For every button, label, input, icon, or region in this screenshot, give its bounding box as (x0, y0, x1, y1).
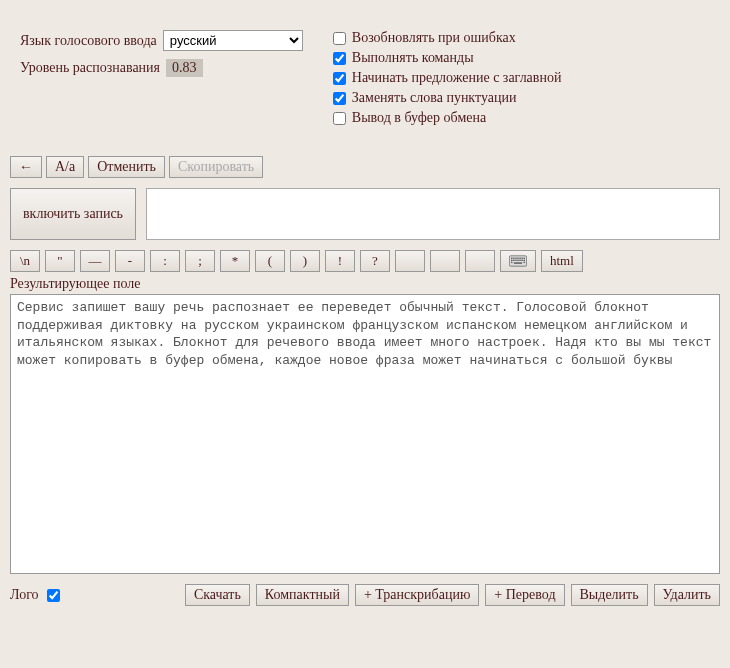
bang-button[interactable]: ! (325, 250, 355, 272)
settings-area: Язык голосового ввода русский Уровень ра… (0, 0, 730, 136)
recognition-level-value: 0.83 (166, 59, 203, 77)
language-label: Язык голосового ввода (20, 33, 157, 49)
colon-button[interactable]: : (150, 250, 180, 272)
newline-button[interactable]: \n (10, 250, 40, 272)
keyboard-icon (509, 253, 527, 269)
svg-rect-16 (514, 262, 522, 263)
add-translation-button[interactable]: + Перевод (485, 584, 564, 606)
html-button[interactable]: html (541, 250, 583, 272)
svg-rect-14 (524, 260, 525, 261)
svg-rect-5 (519, 258, 520, 259)
logo-checkbox[interactable] (47, 589, 60, 602)
quote-button[interactable]: " (45, 250, 75, 272)
checkbox-exec-commands[interactable] (333, 52, 346, 65)
svg-rect-4 (517, 258, 518, 259)
language-select[interactable]: русский (163, 30, 303, 51)
svg-rect-12 (519, 260, 520, 261)
back-button[interactable]: ← (10, 156, 42, 178)
option-exec-commands[interactable]: Выполнять команды (333, 50, 562, 66)
edit-toolbar: ← А/а Отменить Скопировать (0, 156, 730, 178)
svg-rect-1 (511, 258, 512, 259)
record-row: включить запись (0, 178, 730, 250)
option-label: Начинать предложение с заглавной (352, 70, 562, 86)
checkbox-resume-errors[interactable] (333, 32, 346, 45)
copy-button[interactable]: Скопировать (169, 156, 263, 178)
recognition-level-row: Уровень распознавания 0.83 (20, 59, 303, 77)
svg-rect-8 (511, 260, 512, 261)
semicolon-button[interactable]: ; (185, 250, 215, 272)
svg-rect-15 (511, 262, 512, 263)
settings-right: Возобновлять при ошибках Выполнять коман… (333, 30, 562, 126)
question-button[interactable]: ? (360, 250, 390, 272)
start-record-button[interactable]: включить запись (10, 188, 136, 240)
option-capitalize[interactable]: Начинать предложение с заглавной (333, 70, 562, 86)
svg-rect-2 (513, 258, 514, 259)
option-label: Заменять слова пунктуации (352, 90, 517, 106)
svg-rect-10 (515, 260, 516, 261)
dash-button[interactable]: - (115, 250, 145, 272)
extra2-button[interactable] (430, 250, 460, 272)
result-textarea[interactable]: Сервис запишет вашу речь распознает ее п… (10, 294, 720, 574)
result-field-label: Результирующее поле (0, 272, 730, 294)
download-button[interactable]: Скачать (185, 584, 250, 606)
emdash-button[interactable]: — (80, 250, 110, 272)
svg-rect-3 (515, 258, 516, 259)
logo-toggle[interactable]: Лого (10, 586, 63, 605)
option-output-clipboard[interactable]: Вывод в буфер обмена (333, 110, 562, 126)
select-all-button[interactable]: Выделить (571, 584, 648, 606)
extra1-button[interactable] (395, 250, 425, 272)
rparen-button[interactable]: ) (290, 250, 320, 272)
language-row: Язык голосового ввода русский (20, 30, 303, 51)
option-replace-punct[interactable]: Заменять слова пунктуации (333, 90, 562, 106)
toggle-case-button[interactable]: А/а (46, 156, 84, 178)
punctuation-toolbar: \n " — - : ; * ( ) ! ? html (0, 250, 730, 272)
intermediate-text-area[interactable] (146, 188, 720, 240)
option-label: Вывод в буфер обмена (352, 110, 486, 126)
svg-rect-17 (524, 262, 525, 263)
checkbox-output-clipboard[interactable] (333, 112, 346, 125)
option-label: Выполнять команды (352, 50, 474, 66)
extra3-button[interactable] (465, 250, 495, 272)
add-transcription-button[interactable]: + Транскрибацию (355, 584, 479, 606)
option-label: Возобновлять при ошибках (352, 30, 516, 46)
recognition-level-label: Уровень распознавания (20, 60, 160, 76)
logo-label: Лого (10, 587, 39, 603)
lparen-button[interactable]: ( (255, 250, 285, 272)
svg-rect-7 (524, 258, 525, 259)
svg-rect-13 (521, 260, 522, 261)
settings-left: Язык голосового ввода русский Уровень ра… (20, 30, 303, 126)
svg-rect-6 (521, 258, 522, 259)
compact-button[interactable]: Компактный (256, 584, 349, 606)
svg-rect-11 (517, 260, 518, 261)
bottom-toolbar: Лого Скачать Компактный + Транскрибацию … (0, 574, 730, 616)
keyboard-button[interactable] (500, 250, 536, 272)
asterisk-button[interactable]: * (220, 250, 250, 272)
undo-button[interactable]: Отменить (88, 156, 165, 178)
option-resume-errors[interactable]: Возобновлять при ошибках (333, 30, 562, 46)
svg-rect-9 (513, 260, 514, 261)
checkbox-capitalize[interactable] (333, 72, 346, 85)
checkbox-replace-punct[interactable] (333, 92, 346, 105)
delete-button[interactable]: Удалить (654, 584, 720, 606)
